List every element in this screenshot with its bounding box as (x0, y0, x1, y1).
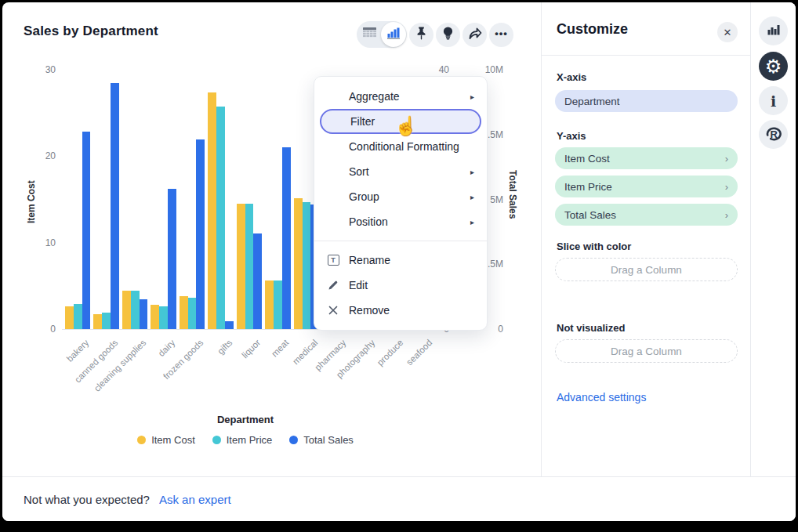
bar-item-price-liquor[interactable] (245, 204, 254, 329)
bar-item-cost-bakery[interactable] (65, 306, 74, 329)
bar-item-price-medical[interactable] (303, 202, 311, 329)
submenu-arrow-icon: ▸ (470, 92, 474, 101)
customize-panel: Customize ✕ X-axis Department Y-axis Ite… (542, 2, 750, 476)
legend-dot (212, 436, 221, 444)
x-axis-title: Department (128, 414, 363, 425)
bar-total-sales-gifts[interactable] (225, 321, 234, 329)
footer-question: Not what you expected? (24, 493, 150, 506)
middle-axis-tick: 40 (413, 64, 449, 75)
gear-icon: ⚙ (765, 57, 782, 76)
legend-item-total-sales[interactable]: Total Sales (289, 434, 354, 446)
x-axis-field-department[interactable]: Department (555, 90, 738, 112)
menu-item-sort[interactable]: Sort▸ (314, 159, 487, 184)
chevron-right-icon: › (725, 153, 728, 165)
share-arrow-icon (468, 27, 482, 43)
chevron-right-icon: › (725, 209, 728, 221)
chart-rail-button[interactable] (759, 16, 788, 45)
bar-item-price-meat[interactable] (274, 280, 282, 329)
menu-divider (314, 241, 487, 241)
bar-item-cost-dairy[interactable] (151, 305, 159, 329)
info-rail-button[interactable]: i (759, 86, 788, 115)
left-axis-title: Item Cost (26, 159, 37, 245)
bar-item-price-gifts[interactable] (216, 107, 225, 329)
legend-item-item-price[interactable]: Item Price (212, 434, 273, 446)
table-view-button[interactable] (357, 21, 382, 48)
panel-title: Customize (557, 21, 628, 38)
bar-total-sales-bakery[interactable] (82, 132, 91, 329)
bar-total-sales-cleaning-supplies[interactable] (140, 299, 148, 329)
submenu-arrow-icon: ▸ (470, 218, 474, 226)
close-icon: ✕ (724, 27, 732, 38)
bar-item-price-canned-goods[interactable] (102, 313, 111, 329)
bar-total-sales-frozen-goods[interactable] (196, 139, 205, 329)
panel-header-divider (542, 55, 750, 56)
bar-item-price-frozen-goods[interactable] (188, 298, 197, 329)
bar-item-price-cleaning-supplies[interactable] (131, 291, 140, 329)
bar-item-cost-gifts[interactable] (208, 92, 216, 329)
chart-toolbar: ••• (357, 21, 513, 48)
settings-rail-button[interactable]: ⚙ (759, 52, 788, 81)
chart-title: Sales by Department (24, 24, 158, 39)
y-axis-field-item-price[interactable]: Item Price› (555, 176, 738, 197)
pin-icon (415, 27, 427, 43)
more-options-button[interactable]: ••• (489, 23, 513, 47)
close-panel-button[interactable]: ✕ (717, 22, 738, 42)
submenu-arrow-icon: ▸ (470, 193, 474, 201)
menu-item-rename[interactable]: TRename (314, 248, 487, 273)
y-axis-field-item-cost[interactable]: Item Cost› (555, 147, 738, 169)
legend-dot (137, 436, 146, 444)
app-window: Sales by Department (2, 2, 796, 521)
bar-item-cost-liquor[interactable] (237, 204, 245, 329)
right-axis-title: Total Sales (507, 151, 518, 237)
x-axis-section-label: X-axis (557, 71, 586, 83)
edit-icon (327, 279, 339, 291)
bar-item-price-dairy[interactable] (159, 306, 168, 329)
bar-item-cost-meat[interactable] (265, 280, 274, 329)
bar-total-sales-dairy[interactable] (168, 189, 176, 329)
table-icon (363, 27, 376, 42)
chevron-right-icon: › (725, 181, 728, 193)
svg-text:R: R (770, 128, 778, 140)
submenu-arrow-icon: ▸ (470, 168, 474, 176)
menu-item-position[interactable]: Position▸ (314, 209, 487, 234)
legend-dot (289, 436, 298, 444)
slice-with-color-label: Slice with color (557, 241, 631, 252)
left-axis-tick: 0 (20, 324, 56, 335)
pin-button[interactable] (409, 23, 433, 47)
ellipsis-icon: ••• (495, 27, 508, 42)
chart-view-button[interactable] (381, 22, 406, 47)
share-button[interactable] (462, 23, 487, 47)
bar-item-cost-medical[interactable] (294, 198, 303, 329)
bar-chart-icon (387, 27, 401, 42)
y-axis-field-total-sales[interactable]: Total Sales› (555, 204, 738, 226)
bar-item-cost-frozen-goods[interactable] (180, 296, 188, 329)
bar-total-sales-meat[interactable] (282, 147, 291, 329)
bar-total-sales-canned-goods[interactable] (111, 83, 119, 329)
left-axis-tick: 20 (20, 150, 56, 161)
ask-an-expert-link[interactable]: Ask an expert (159, 493, 231, 506)
lightbulb-icon (442, 27, 454, 43)
insights-button[interactable] (436, 23, 460, 47)
legend-label: Total Sales (303, 434, 354, 446)
context-menu: Aggregate▸ Filter Conditional Formatting… (314, 76, 488, 331)
not-visualized-drop-zone[interactable]: Drag a Column (555, 339, 738, 363)
footer-bar: Not what you expected? Ask an expert (2, 476, 796, 521)
menu-item-group[interactable]: Group▸ (314, 184, 487, 209)
bar-item-price-bakery[interactable] (74, 304, 82, 329)
advanced-settings-link[interactable]: Advanced settings (557, 391, 646, 404)
hand-cursor: ☝ (394, 115, 418, 137)
view-toggle[interactable] (357, 21, 407, 48)
legend-item-item-cost[interactable]: Item Cost (137, 434, 195, 446)
slice-drop-zone[interactable]: Drag a Column (555, 258, 738, 281)
bar-item-cost-canned-goods[interactable] (93, 314, 102, 329)
menu-item-aggregate[interactable]: Aggregate▸ (314, 84, 487, 109)
r-logo-rail-button[interactable]: R (759, 120, 788, 149)
bar-chart-icon (767, 24, 780, 38)
right-icon-rail: ⚙ i R (751, 2, 796, 476)
bar-item-cost-cleaning-supplies[interactable] (122, 291, 131, 329)
menu-item-conditional-formatting[interactable]: Conditional Formatting (314, 134, 487, 159)
not-visualized-label: Not visualized (557, 322, 625, 334)
bar-total-sales-liquor[interactable] (253, 233, 262, 329)
menu-item-remove[interactable]: Remove (314, 298, 487, 323)
menu-item-edit[interactable]: Edit (314, 273, 487, 298)
